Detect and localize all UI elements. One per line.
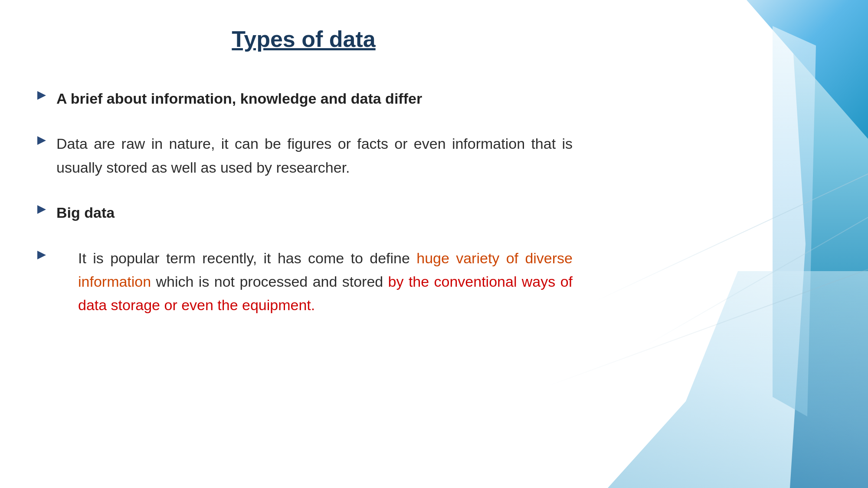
list-item: A brief about information, knowledge and…: [35, 87, 573, 110]
bullet-text-3: Big data: [56, 201, 573, 224]
bullet-arrow-icon: [35, 248, 49, 262]
deco-diagonal-line-1: [593, 174, 868, 303]
content-area: Types of data A brief about information,…: [0, 0, 607, 488]
bullet-arrow-icon: [35, 134, 49, 147]
bullet-text-4: It is popular term recently, it has come…: [56, 246, 573, 317]
svg-marker-3: [37, 251, 46, 259]
bullet-list: A brief about information, knowledge and…: [35, 87, 573, 317]
bullet-arrow-icon: [35, 203, 49, 216]
list-item: Data are raw in nature, it can be figure…: [35, 132, 573, 179]
deco-diagonal-line-2: [642, 217, 868, 348]
svg-marker-1: [37, 136, 46, 145]
svg-marker-2: [37, 205, 46, 214]
deco-top-right-triangle: [747, 0, 868, 139]
decorative-right: [729, 0, 868, 488]
deco-right-thin-strip: [773, 26, 816, 416]
list-item: Big data: [35, 201, 573, 224]
slide-title: Types of data: [35, 26, 573, 52]
text-segment-plain-2: which is not processed and stored: [151, 273, 388, 290]
slide-container: Types of data A brief about information,…: [0, 0, 868, 488]
bullet-text-2: Data are raw in nature, it can be figure…: [56, 132, 573, 179]
svg-marker-0: [37, 91, 46, 100]
deco-mid-right-bar: [790, 0, 868, 488]
deco-bottom-right-shape: [608, 271, 868, 488]
bullet-arrow-icon: [35, 88, 49, 102]
bullet-text-1: A brief about information, knowledge and…: [56, 87, 573, 110]
list-item: It is popular term recently, it has come…: [35, 246, 573, 317]
text-segment-plain-1: It is popular term recently, it has come…: [78, 250, 416, 266]
